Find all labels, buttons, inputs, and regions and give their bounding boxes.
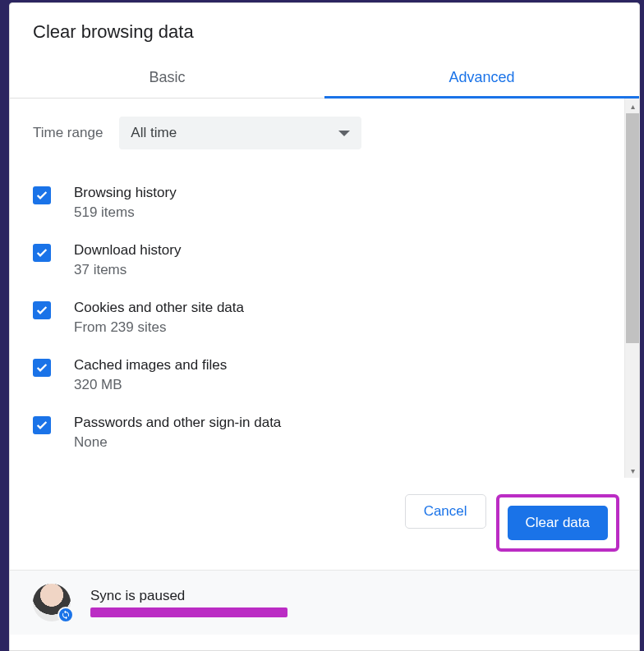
- checkbox-passwords[interactable]: [33, 416, 51, 434]
- checkmark-icon: [35, 419, 48, 432]
- list-item: Download history 37 items: [33, 232, 616, 289]
- scrollbar[interactable]: ▴ ▾: [624, 99, 639, 478]
- list-item: Passwords and other sign-in data None: [33, 404, 616, 461]
- time-range-select[interactable]: All time: [119, 117, 361, 149]
- tab-basic[interactable]: Basic: [10, 57, 324, 98]
- tab-advanced[interactable]: Advanced: [324, 57, 639, 98]
- item-subtitle: From 239 sites: [74, 319, 244, 336]
- item-title: Cookies and other site data: [74, 300, 244, 316]
- sync-footer: Sync is paused: [10, 570, 639, 635]
- dialog-actions: Cancel Clear data: [10, 478, 639, 570]
- item-title: Download history: [74, 242, 181, 259]
- sync-paused-icon: [58, 607, 74, 623]
- list-item: Cookies and other site data From 239 sit…: [33, 289, 616, 346]
- checkmark-icon: [35, 304, 48, 317]
- cancel-button[interactable]: Cancel: [405, 494, 486, 529]
- item-subtitle: 519 items: [74, 204, 177, 221]
- scroll-down-arrow-icon[interactable]: ▾: [625, 463, 640, 478]
- item-subtitle: 320 MB: [74, 377, 227, 393]
- clear-data-button[interactable]: Clear data: [508, 506, 608, 540]
- options-scroll-area: ▴ ▾ Time range All time Browsing history…: [10, 99, 639, 478]
- list-item: Browsing history 519 items: [33, 174, 616, 232]
- checkmark-icon: [35, 246, 48, 259]
- scroll-up-arrow-icon[interactable]: ▴: [625, 99, 640, 113]
- clear-browsing-data-dialog: Clear browsing data Basic Advanced ▴ ▾ T…: [9, 2, 640, 651]
- item-title: Cached images and files: [74, 357, 227, 374]
- item-subtitle: None: [74, 434, 281, 451]
- time-range-value: All time: [131, 125, 177, 141]
- tabs: Basic Advanced: [10, 57, 639, 99]
- redacted-email: [90, 607, 288, 617]
- highlight-annotation: Clear data: [496, 494, 619, 552]
- list-item: Cached images and files 320 MB: [33, 346, 616, 404]
- time-range-label: Time range: [33, 125, 103, 141]
- chevron-down-icon: [338, 131, 350, 136]
- dialog-title: Clear browsing data: [10, 3, 639, 57]
- item-subtitle: 37 items: [74, 262, 181, 278]
- item-title: Passwords and other sign-in data: [74, 415, 281, 431]
- scroll-thumb[interactable]: [626, 113, 639, 343]
- time-range-row: Time range All time: [33, 117, 616, 149]
- checkbox-download-history[interactable]: [33, 244, 51, 262]
- checkbox-cookies[interactable]: [33, 301, 51, 319]
- checkmark-icon: [35, 189, 48, 202]
- checkbox-cache[interactable]: [33, 359, 51, 377]
- item-title: Browsing history: [74, 185, 177, 201]
- checkmark-icon: [35, 361, 48, 374]
- sync-status-text: Sync is paused: [90, 588, 288, 604]
- checkbox-browsing-history[interactable]: [33, 186, 51, 204]
- avatar: [33, 584, 71, 621]
